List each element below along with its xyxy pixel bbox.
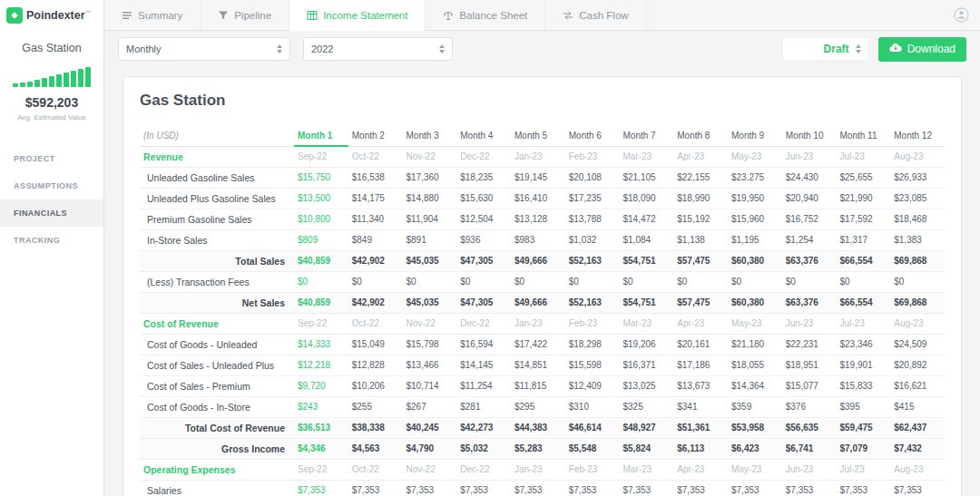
month-column-header[interactable]: Month 3 [403, 126, 457, 146]
value-cell: $1,195 [728, 229, 782, 250]
value-cell: $59,475 [837, 417, 891, 438]
sidebar-item-financials[interactable]: FINANCIALS [0, 199, 103, 227]
value-cell: $359 [728, 396, 782, 417]
status-select[interactable]: Draft [782, 37, 869, 61]
value-cell: $26,933 [890, 167, 945, 188]
income-statement-card: Gas Station (In USD)Month 1Month 2Month … [122, 76, 962, 496]
value-cell: $16,621 [890, 375, 945, 396]
tab-label: Income Statement [323, 10, 407, 21]
value-cell: $17,592 [837, 209, 891, 229]
value-cell: $13,788 [565, 209, 620, 229]
value-cell: $0 [673, 271, 728, 292]
help-icon[interactable] [954, 7, 969, 23]
value-cell: $0 [294, 271, 348, 292]
value-cell: $16,538 [348, 167, 403, 188]
table-row: Cost of Goods - In-Store$243$255$267$281… [140, 396, 945, 417]
value-cell: $11,904 [403, 209, 457, 229]
tab-label: Pipeline [234, 10, 271, 21]
sidebar-nav: PROJECT ASSUMPTIONS FINANCIALS TRACKING [0, 145, 103, 254]
value-cell: $15,630 [456, 188, 511, 209]
cash-flow-icon [563, 10, 573, 21]
value-cell: $267 [403, 396, 457, 417]
value-cell: $11,340 [348, 209, 403, 229]
value-cell: $5,032 [456, 438, 511, 459]
date-cell: Jan-23 [511, 459, 565, 480]
status-select-value: Draft [824, 43, 849, 55]
month-column-header[interactable]: Month 12 [890, 126, 945, 146]
value-cell: $38,338 [348, 417, 403, 438]
month-column-header[interactable]: Month 2 [348, 126, 403, 146]
tab-income-statement[interactable]: Income Statement [289, 0, 426, 31]
unit-label: (In USD) [140, 126, 294, 146]
value-cell: $20,892 [890, 355, 945, 375]
value-cell: $66,554 [837, 250, 891, 271]
value-cell: $20,940 [782, 188, 837, 209]
value-cell: $15,049 [348, 334, 403, 355]
tab-balance-sheet[interactable]: Balance Sheet [426, 0, 545, 30]
year-select-value: 2022 [311, 44, 333, 54]
table-row: Premium Gasoline Sales$10,800$11,340$11,… [140, 209, 945, 229]
date-cell: Oct-22 [348, 459, 403, 480]
section-header-row: Operating ExpensesSep-22Oct-22Nov-22Dec-… [140, 459, 945, 480]
table-row: Cost of Goods - Unleaded$14,333$15,049$1… [140, 334, 945, 355]
row-label: Cost of Goods - Unleaded [140, 334, 294, 355]
sidebar-item-assumptions[interactable]: ASSUMPTIONS [0, 172, 103, 199]
month-column-header[interactable]: Month 11 [837, 126, 891, 146]
month-column-header[interactable]: Month 1 [294, 126, 348, 146]
app-logo[interactable]: Poindexter™ [0, 0, 103, 31]
month-column-header[interactable]: Month 9 [728, 126, 782, 146]
value-cell: $15,077 [782, 375, 837, 396]
month-column-header[interactable]: Month 4 [456, 126, 511, 146]
tab-cash-flow[interactable]: Cash Flow [545, 0, 646, 30]
value-cell: $45,035 [403, 292, 457, 313]
download-button[interactable]: Download [878, 37, 966, 62]
value-cell: $24,430 [782, 167, 837, 188]
month-column-header[interactable]: Month 8 [673, 126, 728, 146]
value-cell: $22,155 [673, 167, 728, 188]
value-cell: $63,376 [782, 250, 837, 271]
date-cell: Feb-23 [565, 146, 620, 167]
value-sparkline [0, 65, 103, 87]
value-cell: $255 [348, 396, 403, 417]
value-cell: $18,055 [728, 355, 782, 375]
year-select[interactable]: 2022 [303, 37, 453, 61]
select-caret-icon [439, 44, 445, 53]
value-cell: $1,383 [890, 229, 945, 250]
page-title: Gas Station [140, 92, 945, 110]
month-column-header[interactable]: Month 5 [511, 126, 565, 146]
sidebar-item-tracking[interactable]: TRACKING [0, 227, 103, 254]
value-cell: $23,085 [890, 188, 945, 209]
value-cell: $10,800 [294, 209, 348, 229]
value-cell: $1,254 [782, 229, 837, 250]
value-cell: $17,360 [403, 167, 457, 188]
value-cell: $57,475 [673, 292, 728, 313]
value-cell: $1,032 [565, 229, 620, 250]
value-cell: $54,751 [620, 250, 674, 271]
value-cell: $60,380 [728, 250, 782, 271]
value-cell: $7,353 [837, 480, 891, 496]
sidebar-item-project[interactable]: PROJECT [0, 145, 103, 172]
value-cell: $14,851 [511, 355, 565, 375]
tab-pipeline[interactable]: Pipeline [201, 0, 289, 30]
value-cell: $15,798 [403, 334, 457, 355]
date-cell: Aug-23 [890, 459, 945, 480]
month-column-header[interactable]: Month 7 [620, 126, 674, 146]
value-cell: $7,353 [620, 480, 674, 496]
value-cell: $19,901 [837, 355, 891, 375]
date-cell: May-23 [728, 313, 782, 334]
date-cell: Jul-23 [837, 146, 891, 167]
tab-summary[interactable]: Summary [104, 0, 201, 30]
value-cell: $243 [294, 396, 348, 417]
value-cell: $42,902 [348, 250, 403, 271]
section-title: Operating Expenses [140, 459, 294, 480]
value-cell: $7,353 [294, 480, 348, 496]
value-cell: $46,614 [565, 417, 620, 438]
date-cell: Jul-23 [837, 313, 891, 334]
value-cell: $0 [511, 271, 565, 292]
value-cell: $936 [456, 229, 511, 250]
period-select[interactable]: Monthly [118, 37, 290, 61]
month-column-header[interactable]: Month 10 [782, 126, 837, 146]
month-column-header[interactable]: Month 6 [565, 126, 620, 146]
value-cell: $17,422 [511, 334, 565, 355]
value-cell: $5,824 [620, 438, 674, 459]
